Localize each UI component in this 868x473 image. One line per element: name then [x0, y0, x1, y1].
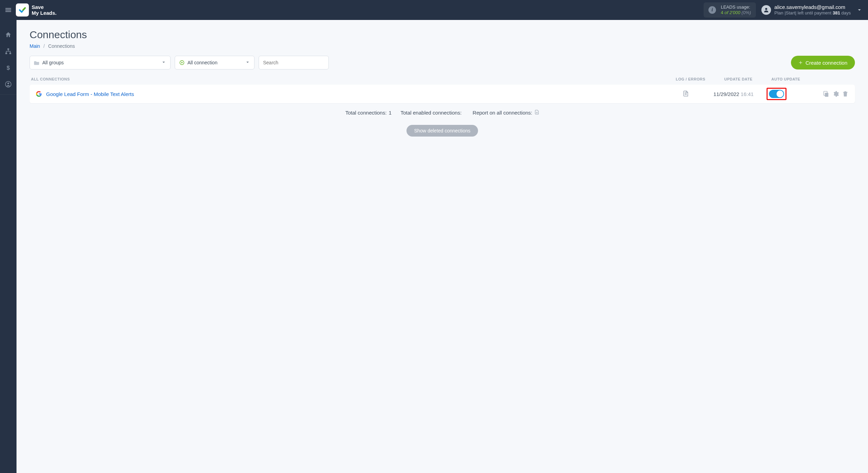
- sitemap-icon: [5, 48, 12, 55]
- usage-value: 4: [721, 10, 723, 15]
- auto-update-toggle[interactable]: [769, 90, 784, 98]
- days-word: days: [842, 10, 851, 15]
- chevron-down-icon: [245, 60, 250, 66]
- document-icon: [534, 109, 539, 115]
- search-field[interactable]: [259, 56, 329, 69]
- auto-update-highlight: [767, 88, 786, 100]
- th-all-connections: ALL CONNECTIONS: [31, 77, 674, 81]
- table-row: Google Lead Form - Mobile Text Alerts 11…: [30, 85, 855, 103]
- account-email: alice.savemyleads@gmail.com: [774, 4, 851, 11]
- create-connection-button[interactable]: Create connection: [791, 56, 855, 69]
- brand-text-line2: My Leads.: [32, 10, 57, 16]
- settings-button[interactable]: [832, 90, 839, 97]
- svg-rect-8: [825, 93, 828, 97]
- plan-label: Plan: [774, 10, 783, 15]
- breadcrumb-current: Connections: [48, 43, 75, 49]
- th-update-date: UPDATE DATE: [707, 77, 769, 81]
- cell-actions: [814, 90, 849, 97]
- filters-row: All groups All connection Create connect…: [30, 56, 855, 69]
- th-log: LOG / ERRORS: [674, 77, 707, 81]
- usage-title: LEADS usage:: [721, 4, 751, 10]
- sidebar-item-home[interactable]: [0, 27, 17, 43]
- hamburger-icon: [4, 6, 12, 14]
- breadcrumb-sep: /: [43, 43, 45, 49]
- usage-text: LEADS usage: 4 of 2'000 (0%): [721, 4, 751, 16]
- connection-link[interactable]: Google Lead Form - Mobile Text Alerts: [46, 91, 669, 97]
- toggle-knob: [777, 90, 783, 97]
- brand-logo[interactable]: Save My Leads.: [16, 3, 57, 17]
- update-date: 11/29/2022: [714, 91, 739, 97]
- status-select-label: All connection: [187, 60, 245, 65]
- info-icon: i: [708, 6, 716, 14]
- account-caret-button[interactable]: [854, 5, 865, 15]
- avatar-icon: [761, 5, 771, 15]
- sidebar-item-connections[interactable]: [0, 43, 17, 59]
- usage-panel[interactable]: i LEADS usage: 4 of 2'000 (0%): [704, 2, 756, 18]
- trash-icon: [842, 90, 849, 97]
- sidebar-item-account[interactable]: [0, 76, 17, 92]
- sidebar: $: [0, 20, 17, 473]
- search-input[interactable]: [263, 60, 324, 65]
- menu-toggle-button[interactable]: [0, 0, 17, 20]
- copy-button[interactable]: [823, 90, 829, 97]
- person-icon: [763, 7, 769, 13]
- summary-row: Total connections: 1 Total enabled conne…: [30, 109, 855, 116]
- report-button[interactable]: [534, 109, 539, 116]
- chevron-down-icon: [857, 7, 862, 13]
- create-connection-label: Create connection: [805, 60, 847, 66]
- gear-icon: [832, 90, 839, 97]
- th-auto-update: AUTO UPDATE: [769, 77, 819, 81]
- home-icon: [5, 31, 12, 38]
- topbar: Save My Leads. i LEADS usage: 4 of 2'000…: [0, 0, 868, 20]
- check-icon: [18, 6, 26, 14]
- usage-of: of: [725, 10, 728, 15]
- svg-rect-3: [9, 53, 11, 54]
- account-menu[interactable]: alice.savemyleads@gmail.com Plan |Start|…: [761, 4, 851, 16]
- log-button[interactable]: [683, 90, 689, 98]
- days-value: 381: [833, 10, 840, 15]
- table-header: ALL CONNECTIONS LOG / ERRORS UPDATE DATE…: [30, 77, 855, 85]
- groups-select[interactable]: All groups: [30, 56, 171, 69]
- chevron-down-icon: [161, 60, 166, 66]
- left-prefix: left until payment: [798, 10, 831, 15]
- report-label: Report on all connections:: [473, 110, 532, 116]
- brand-text: Save My Leads.: [32, 4, 57, 16]
- sidebar-item-billing[interactable]: $: [0, 60, 17, 76]
- svg-rect-1: [8, 49, 9, 50]
- cell-date: 11/29/2022 16:41: [703, 91, 764, 97]
- breadcrumb-main[interactable]: Main: [30, 43, 40, 49]
- play-circle-icon: [179, 60, 185, 65]
- svg-point-0: [765, 8, 767, 10]
- update-time: 16:41: [741, 91, 754, 97]
- show-deleted-button[interactable]: Show deleted connections: [406, 125, 478, 137]
- account-text: alice.savemyleads@gmail.com Plan |Start|…: [774, 4, 851, 16]
- person-circle-icon: [5, 81, 12, 88]
- page-title: Connections: [30, 29, 855, 41]
- brand-text-line1: Save: [32, 4, 57, 10]
- folder-icon: [34, 60, 40, 65]
- breadcrumb: Main / Connections: [30, 43, 855, 49]
- delete-button[interactable]: [842, 90, 849, 97]
- sidebar-divider: [0, 94, 17, 95]
- logo-mark: [16, 3, 29, 17]
- usage-percent: (0%): [741, 10, 751, 15]
- dollar-icon: $: [5, 64, 12, 71]
- cell-auto-update: [764, 88, 814, 100]
- plan-name: Start: [786, 10, 795, 15]
- svg-rect-2: [6, 53, 7, 54]
- svg-text:$: $: [7, 65, 10, 71]
- status-select[interactable]: All connection: [175, 56, 254, 69]
- svg-point-6: [8, 83, 9, 84]
- groups-select-label: All groups: [42, 60, 161, 65]
- total-label: Total connections:: [345, 110, 387, 116]
- main-content: Connections Main / Connections All group…: [17, 20, 868, 473]
- google-icon: [36, 91, 42, 97]
- enabled-label: Total enabled connections:: [401, 110, 462, 116]
- document-icon: [683, 90, 689, 97]
- cell-log: [669, 90, 703, 98]
- usage-limit: 2'000: [729, 10, 740, 15]
- copy-icon: [823, 90, 829, 97]
- plus-icon: [799, 61, 803, 65]
- total-value: 1: [389, 110, 391, 116]
